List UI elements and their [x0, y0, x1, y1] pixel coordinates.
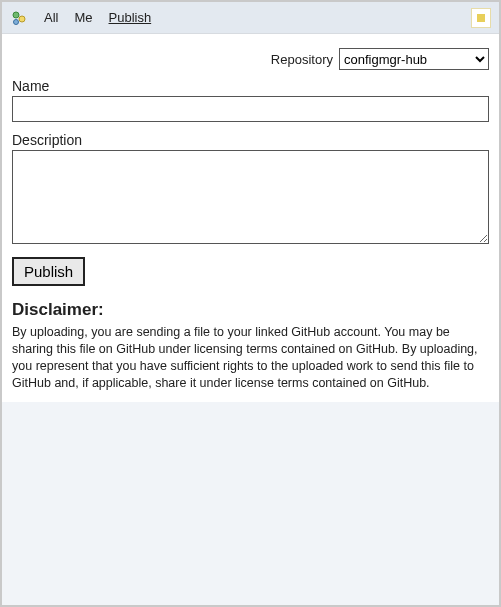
name-input[interactable] — [12, 96, 489, 122]
disclaimer-text: By uploading, you are sending a file to … — [12, 324, 489, 392]
svg-point-0 — [13, 12, 19, 18]
disclaimer-heading: Disclaimer: — [12, 300, 489, 320]
tab-all[interactable]: All — [44, 10, 58, 25]
repository-select[interactable]: configmgr-hub — [339, 48, 489, 70]
content-area: Repository configmgr-hub Name Descriptio… — [2, 34, 499, 402]
repository-label: Repository — [271, 52, 333, 67]
svg-point-2 — [14, 19, 19, 24]
toolbar: All Me Publish — [2, 2, 499, 34]
window: All Me Publish Repository configmgr-hub … — [0, 0, 501, 607]
name-label: Name — [12, 78, 489, 94]
description-textarea[interactable] — [12, 150, 489, 244]
app-icon — [10, 9, 28, 27]
publish-button[interactable]: Publish — [12, 257, 85, 286]
tab-me[interactable]: Me — [74, 10, 92, 25]
description-label: Description — [12, 132, 489, 148]
empty-area — [2, 402, 499, 606]
toolbar-menu-button[interactable] — [471, 8, 491, 28]
menu-icon — [477, 14, 485, 22]
repository-row: Repository configmgr-hub — [12, 48, 489, 70]
tab-publish[interactable]: Publish — [109, 10, 152, 25]
svg-point-1 — [19, 16, 25, 22]
